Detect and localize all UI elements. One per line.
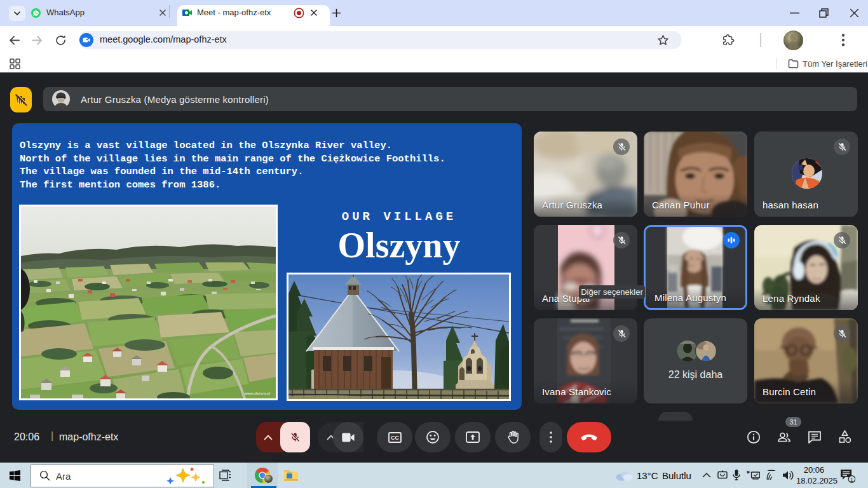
svg-text:1: 1: [850, 476, 853, 483]
svg-text:www.olszyny.pl: www.olszyny.pl: [244, 391, 270, 395]
svg-text:CC: CC: [391, 435, 399, 441]
